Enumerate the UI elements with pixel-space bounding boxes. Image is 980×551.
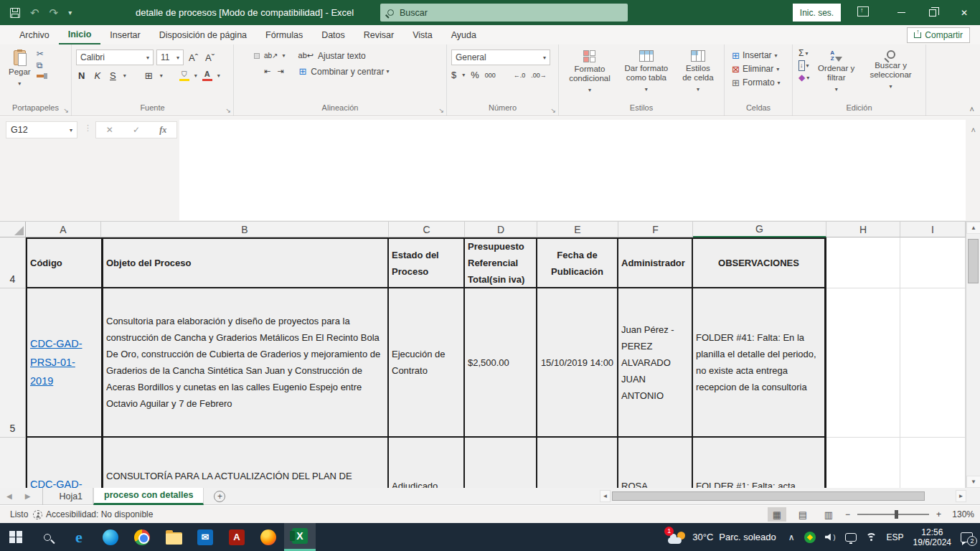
decrease-font-icon[interactable]: Aˇ bbox=[203, 51, 217, 65]
chevron-down-icon[interactable]: ▾ bbox=[217, 72, 220, 79]
column-header-a[interactable]: A bbox=[26, 222, 101, 237]
row-header-4[interactable]: 4 bbox=[0, 237, 26, 288]
horizontal-scroll-thumb[interactable] bbox=[612, 491, 925, 501]
share-button[interactable]: Compartir bbox=[907, 27, 970, 43]
number-format-combo[interactable]: General ▾ bbox=[451, 50, 550, 65]
tab-disposicion[interactable]: Disposición de página bbox=[150, 25, 256, 44]
ribbon-display-options-icon[interactable] bbox=[857, 6, 869, 17]
cell-b4[interactable]: Objeto del Proceso bbox=[101, 237, 389, 288]
zoom-in-icon[interactable]: + bbox=[936, 509, 941, 519]
thousands-icon[interactable]: 000 bbox=[485, 72, 496, 79]
column-header-d[interactable]: D bbox=[465, 222, 537, 237]
view-page-break-icon[interactable]: ▥ bbox=[819, 507, 838, 522]
cell-h6[interactable] bbox=[826, 438, 900, 488]
taskbar-ie-button[interactable]: e bbox=[63, 523, 95, 551]
dialog-launcher-icon[interactable]: ↘ bbox=[550, 107, 556, 114]
tab-vista[interactable]: Vista bbox=[403, 25, 442, 44]
row-header-6[interactable] bbox=[0, 438, 26, 488]
cell-f5[interactable]: Juan Pérez - PEREZ ALVARADO JUAN ANTONIO bbox=[618, 288, 693, 438]
chevron-down-icon[interactable]: ▾ bbox=[386, 68, 389, 75]
chevron-down-icon[interactable]: ▾ bbox=[160, 72, 163, 79]
cell-d5[interactable]: $2,500.00 bbox=[465, 288, 537, 438]
fill-icon[interactable]: ↓▾ bbox=[798, 60, 809, 71]
cell-b6[interactable]: CONSULTORÍA PARA LA ACTUALIZACIÓN DEL PL… bbox=[101, 438, 389, 488]
clear-icon[interactable]: ◆▾ bbox=[798, 73, 809, 83]
cell-d4[interactable]: Presupuesto Referencial Total(sin iva) bbox=[465, 237, 537, 288]
zoom-slider-thumb[interactable] bbox=[895, 510, 898, 519]
tab-inicio[interactable]: Inicio bbox=[59, 25, 101, 44]
taskbar-outlook-button[interactable]: ✉ bbox=[189, 523, 221, 551]
fill-color-button[interactable]: ⛉ bbox=[179, 70, 189, 82]
column-header-e[interactable]: E bbox=[537, 222, 618, 237]
align-right-icon[interactable] bbox=[254, 69, 260, 75]
tab-insertar[interactable]: Insertar bbox=[100, 25, 149, 44]
wrap-text-button[interactable]: Ajustar texto bbox=[318, 51, 366, 61]
volume-icon[interactable]: ) bbox=[825, 534, 836, 541]
row-header-5[interactable]: 5 bbox=[0, 288, 26, 438]
increase-decimals-icon[interactable]: ←.0 bbox=[514, 72, 526, 79]
collapse-ribbon-icon[interactable]: ˄ bbox=[970, 105, 974, 113]
font-color-button[interactable]: A bbox=[202, 70, 212, 82]
align-center-icon[interactable] bbox=[246, 69, 252, 75]
insert-cells-button[interactable]: ⊞ Insertar ▾ bbox=[729, 49, 788, 62]
scroll-right-icon[interactable]: ► bbox=[956, 490, 966, 502]
cell-c6[interactable]: Adjudicado bbox=[389, 438, 465, 488]
cell-e5[interactable]: 15/10/2019 14:00 bbox=[537, 288, 618, 438]
zoom-out-icon[interactable]: − bbox=[845, 509, 850, 519]
vertical-scrollbar[interactable]: ▲ ▼ bbox=[966, 222, 980, 488]
font-name-combo[interactable]: Calibri ▾ bbox=[76, 50, 154, 65]
customize-qat-icon[interactable]: ▾ bbox=[68, 9, 72, 17]
save-icon[interactable] bbox=[10, 8, 20, 18]
column-header-c[interactable]: C bbox=[389, 222, 465, 237]
underline-button[interactable]: S bbox=[108, 69, 118, 83]
cell-g4[interactable]: OBSERVACIONES bbox=[693, 237, 826, 288]
chevron-down-icon[interactable]: ▾ bbox=[462, 72, 465, 78]
tab-revisar[interactable]: Revisar bbox=[354, 25, 403, 44]
column-header-h[interactable]: H bbox=[826, 222, 900, 237]
increase-indent-icon[interactable]: ⇥ bbox=[275, 65, 286, 77]
wifi-icon[interactable] bbox=[866, 533, 877, 542]
percent-icon[interactable]: % bbox=[471, 70, 479, 80]
close-button[interactable]: ✕ bbox=[948, 0, 980, 25]
cell-e6[interactable] bbox=[537, 438, 618, 488]
tab-datos[interactable]: Datos bbox=[312, 25, 354, 44]
cancel-icon[interactable]: ✕ bbox=[106, 125, 113, 135]
undo-icon[interactable]: ↶ bbox=[30, 7, 39, 18]
tab-archivo[interactable]: Archivo bbox=[10, 25, 59, 44]
dialog-launcher-icon[interactable]: ↘ bbox=[225, 107, 231, 114]
cell-d6[interactable] bbox=[465, 438, 537, 488]
notifications-icon[interactable]: 2 bbox=[961, 532, 973, 542]
scroll-left-icon[interactable]: ◄ bbox=[600, 490, 611, 502]
bold-button[interactable]: N bbox=[76, 69, 87, 83]
scroll-up-icon[interactable]: ▲ bbox=[966, 222, 980, 234]
collapse-formula-bar-icon[interactable]: ˄ bbox=[971, 126, 976, 134]
sign-in-button[interactable]: Inic. ses. bbox=[793, 4, 841, 22]
horizontal-scrollbar[interactable]: ◄ ► bbox=[600, 490, 966, 502]
borders-icon[interactable]: ⊞ bbox=[143, 69, 155, 83]
zoom-slider[interactable] bbox=[857, 514, 929, 515]
column-header-i[interactable]: I bbox=[900, 222, 966, 237]
clock[interactable]: 12:56 19/6/2024 bbox=[913, 527, 951, 547]
minimize-button[interactable] bbox=[885, 0, 917, 25]
cell-i6[interactable] bbox=[900, 438, 966, 488]
cell-h5[interactable] bbox=[826, 288, 900, 438]
cast-icon[interactable] bbox=[845, 533, 857, 542]
sheet-next-icon[interactable]: ▶ bbox=[19, 492, 37, 500]
chevron-down-icon[interactable]: ▾ bbox=[194, 72, 197, 79]
cell-f4[interactable]: Administrador bbox=[618, 237, 693, 288]
column-header-b[interactable]: B bbox=[101, 222, 389, 237]
decrease-indent-icon[interactable]: ⇤ bbox=[262, 65, 273, 77]
copy-icon[interactable]: ⧉ bbox=[37, 61, 44, 70]
taskbar-search-button[interactable] bbox=[32, 523, 63, 551]
name-box[interactable]: G12 ▾ bbox=[6, 121, 77, 138]
cell-e4[interactable]: Fecha de Publicación bbox=[537, 237, 618, 288]
taskbar-excel-button-active[interactable]: X bbox=[284, 523, 316, 551]
enter-icon[interactable]: ✓ bbox=[133, 125, 140, 135]
increase-font-icon[interactable]: Aˆ bbox=[187, 51, 200, 65]
currency-icon[interactable]: $ bbox=[451, 70, 456, 80]
chevron-down-icon[interactable]: ▾ bbox=[283, 52, 286, 59]
vertical-scroll-thumb[interactable] bbox=[968, 239, 979, 283]
align-middle-icon[interactable] bbox=[246, 53, 252, 59]
view-page-layout-icon[interactable]: ▤ bbox=[793, 507, 812, 522]
cell-h4[interactable] bbox=[826, 237, 900, 288]
